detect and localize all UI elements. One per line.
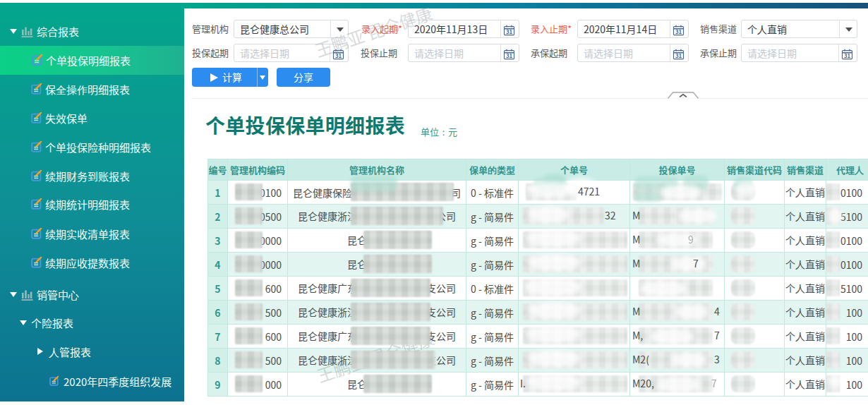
svg-text:31: 31 bbox=[844, 52, 851, 59]
svg-text:31: 31 bbox=[506, 28, 513, 35]
svg-text:31: 31 bbox=[675, 28, 682, 35]
svg-text:31: 31 bbox=[675, 52, 682, 59]
svg-text:31: 31 bbox=[506, 52, 513, 59]
